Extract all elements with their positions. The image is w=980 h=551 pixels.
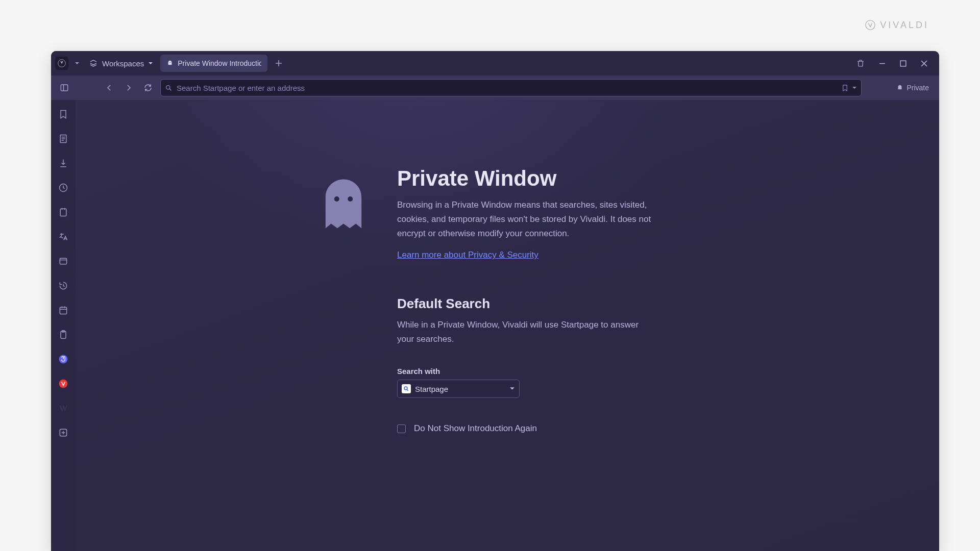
tasks-panel-icon[interactable] — [57, 329, 69, 341]
ghost-icon — [896, 84, 903, 91]
svg-rect-7 — [60, 209, 66, 216]
maximize-button[interactable] — [899, 60, 907, 67]
window-controls — [856, 59, 935, 68]
address-input[interactable] — [177, 84, 837, 92]
bookmarks-panel-icon[interactable] — [57, 108, 69, 120]
svg-rect-2 — [900, 61, 906, 66]
private-indicator: Private — [892, 84, 933, 92]
default-search-title: Default Search — [397, 296, 663, 312]
side-panel — [51, 100, 76, 551]
close-button[interactable] — [920, 60, 928, 67]
search-engine-name: Startpage — [415, 385, 505, 393]
svg-rect-9 — [60, 307, 66, 314]
svg-point-15 — [334, 196, 339, 202]
svg-point-16 — [348, 196, 353, 202]
tab-private-intro[interactable]: Private Window Introductio — [160, 55, 267, 72]
mastodon-panel-icon[interactable] — [57, 353, 69, 365]
workspaces-button[interactable]: Workspaces — [86, 57, 156, 70]
window-panel-icon[interactable] — [57, 255, 69, 267]
tab-title: Private Window Introductio — [178, 59, 261, 67]
svg-rect-3 — [61, 85, 68, 91]
reload-button[interactable] — [141, 81, 155, 95]
reading-list-panel-icon[interactable] — [57, 133, 69, 145]
ghost-icon — [166, 60, 174, 67]
ghost-illustration — [315, 177, 372, 233]
downloads-panel-icon[interactable] — [57, 157, 69, 169]
chevron-down-icon — [509, 384, 515, 393]
wikipedia-panel-icon[interactable] — [57, 402, 69, 414]
private-label: Private — [906, 84, 929, 92]
vivaldi-menu-dropdown[interactable] — [72, 61, 82, 66]
learn-more-link[interactable]: Learn more about Privacy & Security — [397, 250, 538, 260]
startpage-icon — [402, 384, 411, 393]
tab-strip: Workspaces Private Window Introductio — [51, 51, 939, 76]
brand-text: VIVALDI — [880, 20, 929, 31]
bookmark-icon[interactable] — [841, 84, 849, 92]
search-engine-select[interactable]: Startpage — [397, 380, 520, 398]
address-field[interactable] — [160, 79, 862, 96]
back-button[interactable] — [102, 81, 116, 95]
vivaldi-menu-button[interactable] — [55, 57, 68, 70]
workspaces-label: Workspaces — [102, 59, 144, 68]
page-title: Private Window — [397, 166, 663, 191]
vivaldi-brand-watermark: VIVALDI — [865, 19, 929, 31]
page-description: Browsing in a Private Window means that … — [397, 198, 663, 241]
checkbox[interactable] — [397, 424, 406, 433]
closed-tabs-trash-button[interactable] — [856, 59, 865, 68]
address-dropdown-icon[interactable] — [852, 85, 857, 90]
add-panel-icon[interactable] — [57, 427, 69, 439]
new-tab-button[interactable] — [272, 56, 286, 70]
svg-rect-8 — [60, 258, 66, 264]
search-with-label: Search with — [397, 367, 663, 375]
forward-button[interactable] — [121, 81, 136, 95]
browser-body: Private Window Browsing in a Private Win… — [51, 100, 939, 551]
svg-point-13 — [59, 380, 68, 388]
svg-point-4 — [166, 85, 170, 89]
translate-panel-icon[interactable] — [57, 231, 69, 243]
notes-panel-icon[interactable] — [57, 206, 69, 218]
svg-point-0 — [866, 20, 875, 30]
minimize-button[interactable] — [878, 60, 886, 67]
panel-toggle-button[interactable] — [57, 81, 71, 95]
do-not-show-checkbox-row[interactable]: Do Not Show Introduction Again — [397, 423, 663, 434]
history-panel-icon[interactable] — [57, 182, 69, 194]
calendar-panel-icon[interactable] — [57, 304, 69, 316]
browser-window: Workspaces Private Window Introductio — [51, 51, 939, 551]
search-icon — [165, 84, 173, 92]
checkbox-label: Do Not Show Introduction Again — [414, 423, 537, 434]
address-bar-row: Private — [51, 76, 939, 100]
sessions-panel-icon[interactable] — [57, 280, 69, 292]
page-content: Private Window Browsing in a Private Win… — [76, 100, 939, 551]
default-search-description: While in a Private Window, Vivaldi will … — [397, 318, 657, 346]
vivaldi-social-panel-icon[interactable] — [57, 378, 69, 390]
